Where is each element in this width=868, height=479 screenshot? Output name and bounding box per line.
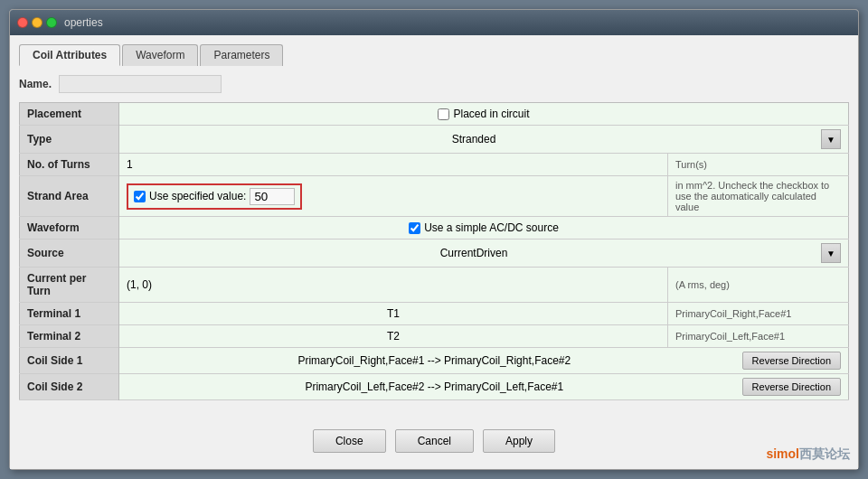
main-window: operties Coil Attributes Waveform Parame… [9,9,859,470]
strand-area-input[interactable] [250,188,295,205]
type-row: Type Stranded ▼ [20,126,849,154]
name-label: Name. [19,78,52,90]
current-per-content: (1, 0) [119,268,668,303]
coil-side2-path: PrimaryCoil_Left,Face#2 --> PrimaryCoil_… [127,380,742,393]
source-dropdown-btn[interactable]: ▼ [821,243,841,263]
coil-side2-wrapper: PrimaryCoil_Left,Face#2 --> PrimaryCoil_… [127,378,841,396]
source-row: Source CurrentDriven ▼ [20,240,849,268]
strand-area-label: Strand Area [20,176,119,217]
tab-bar: Coil Attributes Waveform Parameters [19,44,849,66]
terminal1-content: T1 [119,303,668,325]
source-label: Source [20,240,119,268]
waveform-content: Use a simple AC/DC source [119,217,849,240]
source-value: CurrentDriven [127,247,821,259]
waveform-label-text: Use a simple AC/DC source [424,221,559,234]
strand-area-checkbox[interactable] [134,191,146,202]
tab-parameters[interactable]: Parameters [200,44,283,66]
watermark: simol西莫论坛 [766,446,850,463]
strand-area-checkbox-label: Use specified value: [149,190,246,202]
type-value: Stranded [127,133,821,146]
coil-side1-reverse-btn[interactable]: Reverse Direction [742,352,841,370]
placement-content: Placed in circuit [119,103,849,126]
coil-side1-path: PrimaryCoil_Right,Face#1 --> PrimaryCoil… [127,354,742,367]
type-content: Stranded ▼ [119,126,849,154]
current-per-value: (1, 0) [127,278,152,291]
name-row: Name. [19,75,849,93]
dialog-content: Coil Attributes Waveform Parameters Name… [10,35,858,469]
terminal2-extra: PrimaryCoil_Left,Face#1 [668,325,849,348]
strand-area-content: Use specified value: [119,176,668,217]
source-select-wrapper: CurrentDriven ▼ [127,243,841,263]
name-input[interactable] [59,75,222,93]
placed-in-circuit-label: Placed in circuit [453,108,529,120]
cancel-button[interactable]: Cancel [395,429,474,453]
coil-side2-label: Coil Side 2 [20,374,119,400]
type-select-wrapper: Stranded ▼ [127,129,841,149]
terminal1-row: Terminal 1 T1 PrimaryCoil_Right,Face#1 [20,303,849,325]
placement-row: Placement Placed in circuit [20,103,849,126]
turns-row: No. of Turns 1 Turn(s) [20,154,849,176]
close-button[interactable]: Close [313,429,386,453]
placement-label: Placement [20,103,119,126]
tab-waveform[interactable]: Waveform [122,44,198,66]
coil-side1-label: Coil Side 1 [20,348,119,374]
placed-in-circuit-checkbox[interactable] [438,108,449,120]
tab-coil-attributes[interactable]: Coil Attributes [19,44,120,66]
terminal2-value: T2 [387,330,400,343]
coil-side1-row: Coil Side 1 PrimaryCoil_Right,Face#1 -->… [20,348,849,374]
coil-side1-wrapper: PrimaryCoil_Right,Face#1 --> PrimaryCoil… [127,352,841,370]
window-title: operties [64,16,103,29]
placed-in-circuit-wrapper: Placed in circuit [127,108,841,120]
type-label: Type [20,126,119,154]
waveform-row: Waveform Use a simple AC/DC source [20,217,849,240]
terminal2-content: T2 [119,325,668,348]
apply-button[interactable]: Apply [483,429,555,453]
coil-side2-content: PrimaryCoil_Left,Face#2 --> PrimaryCoil_… [119,374,849,400]
turns-value: 1 [127,158,133,171]
current-per-row: Current perTurn (1, 0) (A rms, deg) [20,268,849,303]
coil-side2-reverse-btn[interactable]: Reverse Direction [742,378,841,396]
strand-area-extra: in mm^2. Uncheck the checkbox to use the… [668,176,849,217]
waveform-checkbox-wrapper: Use a simple AC/DC source [127,221,841,234]
minimize-btn[interactable] [32,17,42,28]
strand-area-cell: Use specified value: [127,183,302,210]
turns-content: 1 [119,154,668,176]
terminal1-value: T1 [387,307,400,320]
coil-side2-row: Coil Side 2 PrimaryCoil_Left,Face#2 --> … [20,374,849,400]
terminal1-extra: PrimaryCoil_Right,Face#1 [668,303,849,325]
title-bar: operties [10,10,858,35]
terminal1-label: Terminal 1 [20,303,119,325]
current-per-extra: (A rms, deg) [668,268,849,303]
coil-side1-content: PrimaryCoil_Right,Face#1 --> PrimaryCoil… [119,348,849,374]
terminal2-row: Terminal 2 T2 PrimaryCoil_Left,Face#1 [20,325,849,348]
turns-extra: Turn(s) [668,154,849,176]
strand-area-row: Strand Area Use specified value: in mm^2… [20,176,849,217]
window-controls [17,17,57,28]
source-content: CurrentDriven ▼ [119,240,849,268]
properties-table: Placement Placed in circuit Type Strande… [19,102,849,400]
close-window-btn[interactable] [17,17,28,28]
button-bar: Close Cancel Apply [19,418,849,460]
turns-label: No. of Turns [20,154,119,176]
waveform-checkbox[interactable] [409,222,420,234]
type-dropdown-btn[interactable]: ▼ [821,129,841,149]
terminal2-label: Terminal 2 [20,325,119,348]
current-per-label: Current perTurn [20,268,119,303]
waveform-label: Waveform [20,217,119,240]
maximize-btn[interactable] [46,17,57,28]
